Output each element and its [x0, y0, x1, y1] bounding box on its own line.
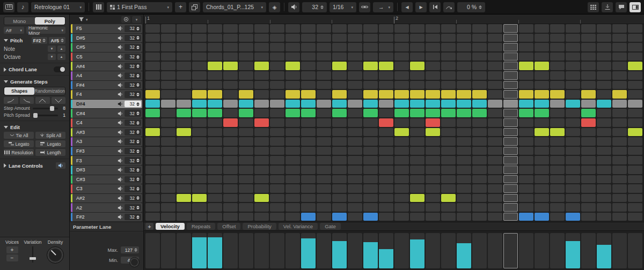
step-cell[interactable] — [581, 184, 596, 193]
step-cell[interactable] — [628, 118, 642, 127]
step-cell[interactable] — [581, 137, 596, 146]
step-cell[interactable] — [192, 147, 207, 155]
resolution-button[interactable]: Resolution — [4, 149, 34, 156]
step-cell[interactable] — [208, 213, 222, 221]
step-cell[interactable] — [394, 34, 409, 42]
step-cell[interactable] — [270, 175, 284, 184]
step-cell[interactable] — [317, 34, 331, 42]
step-cell[interactable] — [441, 194, 456, 202]
speaker-icon[interactable] — [118, 148, 123, 154]
slider-knob[interactable] — [50, 106, 54, 111]
pitch-low-stepper[interactable]: F#2 — [32, 37, 48, 44]
step-cell[interactable] — [348, 34, 362, 42]
step-cell[interactable] — [270, 62, 284, 70]
step-cell[interactable] — [254, 100, 269, 108]
step-cell[interactable] — [208, 52, 222, 61]
step-cell[interactable] — [223, 52, 238, 61]
tab-shapes[interactable]: Shapes — [4, 87, 34, 95]
step-cell[interactable] — [550, 62, 565, 70]
step-cell[interactable] — [192, 24, 207, 33]
step-cell[interactable] — [270, 81, 284, 89]
lane-row[interactable]: A#332 — [71, 128, 142, 137]
step-cell[interactable] — [488, 52, 502, 61]
step-cell[interactable] — [519, 109, 533, 117]
lane-step-count-stepper[interactable]: 32 — [125, 91, 141, 98]
step-cell[interactable] — [286, 118, 300, 127]
step-cell[interactable] — [161, 24, 175, 33]
step-cell[interactable] — [612, 166, 627, 174]
step-cell[interactable] — [581, 52, 596, 61]
step-cell[interactable] — [535, 184, 549, 193]
velocity-cell[interactable] — [628, 233, 642, 268]
speaker-icon[interactable] — [118, 177, 123, 182]
step-cell[interactable] — [441, 100, 456, 108]
step-cell[interactable] — [239, 137, 253, 146]
step-cell[interactable] — [363, 62, 378, 70]
step-cell[interactable] — [488, 156, 502, 164]
step-cell[interactable] — [503, 203, 518, 212]
step-cell[interactable] — [410, 203, 425, 212]
step-cell[interactable] — [301, 81, 316, 89]
step-cell[interactable] — [457, 194, 471, 202]
step-cell[interactable] — [332, 34, 347, 42]
step-cell[interactable] — [301, 147, 316, 155]
step-cell[interactable] — [348, 203, 362, 212]
step-cell[interactable] — [628, 166, 642, 174]
step-cell[interactable] — [394, 24, 409, 33]
layout-panel-button[interactable] — [630, 2, 641, 12]
step-cell[interactable] — [332, 213, 347, 221]
step-cell[interactable] — [597, 156, 611, 164]
legato-button-2[interactable]: Legato — [35, 140, 65, 147]
lane-row[interactable]: C#432 — [71, 109, 142, 118]
step-cell[interactable] — [270, 147, 284, 155]
step-cell[interactable] — [223, 62, 238, 70]
step-cell[interactable] — [581, 118, 596, 127]
step-cell[interactable] — [301, 213, 316, 221]
step-cell[interactable] — [208, 100, 222, 108]
step-cell[interactable] — [550, 213, 565, 221]
step-cell[interactable] — [457, 109, 471, 117]
step-cell[interactable] — [223, 166, 238, 174]
step-cell[interactable] — [363, 128, 378, 137]
step-cell[interactable] — [566, 24, 580, 33]
step-cell[interactable] — [332, 137, 347, 146]
lane-step-count-stepper[interactable]: 32 — [125, 101, 141, 108]
step-cell[interactable] — [628, 43, 642, 51]
step-cell[interactable] — [410, 71, 425, 80]
step-cell[interactable] — [177, 175, 191, 184]
step-cell[interactable] — [566, 43, 580, 51]
step-cell[interactable] — [597, 100, 611, 108]
step-cell[interactable] — [332, 90, 347, 99]
step-cell[interactable] — [332, 203, 347, 212]
step-cell[interactable] — [177, 100, 191, 108]
step-cell[interactable] — [394, 43, 409, 51]
step-cell[interactable] — [628, 213, 642, 221]
step-cell[interactable] — [535, 156, 549, 164]
lane-row[interactable]: A332 — [71, 137, 142, 146]
step-cell[interactable] — [503, 137, 518, 146]
step-cell[interactable] — [317, 100, 331, 108]
step-cell[interactable] — [239, 194, 253, 202]
step-cell[interactable] — [612, 184, 627, 193]
step-cell[interactable] — [566, 34, 580, 42]
step-cell[interactable] — [597, 137, 611, 146]
step-cell[interactable] — [550, 71, 565, 80]
step-cell[interactable] — [239, 90, 253, 99]
step-cell[interactable] — [332, 156, 347, 164]
step-cell[interactable] — [597, 184, 611, 193]
tab-randomization[interactable]: Randomization — [34, 87, 65, 95]
lane-step-count-stepper[interactable]: 32 — [125, 44, 141, 51]
step-cell[interactable] — [332, 24, 347, 33]
step-cell[interactable] — [239, 43, 253, 51]
step-cell[interactable] — [519, 184, 533, 193]
step-cell[interactable] — [286, 137, 300, 146]
step-cell[interactable] — [348, 90, 362, 99]
step-cell[interactable] — [519, 194, 533, 202]
step-cell[interactable] — [457, 34, 471, 42]
stepper-arrows-icon[interactable] — [136, 64, 140, 68]
lane-step-count-stepper[interactable]: 32 — [125, 25, 141, 32]
lane-row[interactable]: C#332 — [71, 175, 142, 184]
step-cell[interactable] — [441, 147, 456, 155]
lane-menu-dropdown[interactable]: ▾ — [132, 16, 141, 23]
step-cell[interactable] — [535, 24, 549, 33]
